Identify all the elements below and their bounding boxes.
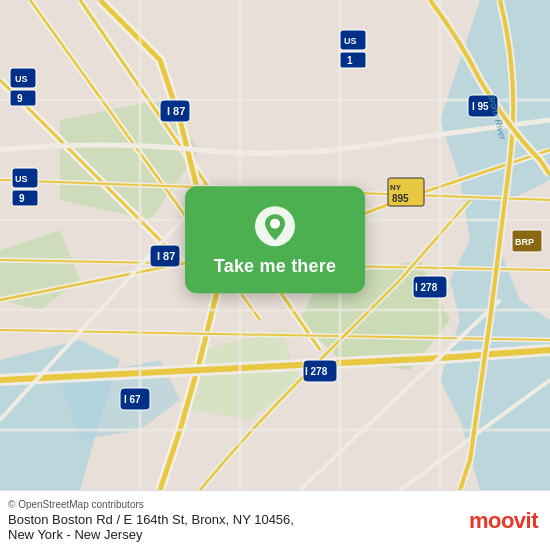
svg-text:1: 1 bbox=[347, 55, 353, 66]
svg-text:I 95: I 95 bbox=[472, 101, 489, 112]
svg-text:US: US bbox=[15, 174, 28, 184]
take-me-there-button-label: Take me there bbox=[214, 256, 336, 277]
svg-text:I 87: I 87 bbox=[157, 250, 175, 262]
svg-text:895: 895 bbox=[392, 193, 409, 204]
svg-text:I 87: I 87 bbox=[167, 105, 185, 117]
osm-attribution: © OpenStreetMap contributors bbox=[8, 499, 294, 510]
address-line-2: New York - New Jersey bbox=[8, 527, 294, 542]
svg-text:NY: NY bbox=[390, 183, 402, 192]
svg-text:9: 9 bbox=[17, 93, 23, 104]
address-info: © OpenStreetMap contributors Boston Bost… bbox=[8, 499, 294, 542]
svg-rect-30 bbox=[12, 190, 38, 206]
svg-text:I 278: I 278 bbox=[415, 282, 438, 293]
svg-text:9: 9 bbox=[19, 193, 25, 204]
svg-text:I 278: I 278 bbox=[305, 366, 328, 377]
svg-rect-41 bbox=[340, 52, 366, 68]
svg-rect-26 bbox=[10, 90, 36, 106]
bottom-bar: © OpenStreetMap contributors Boston Bost… bbox=[0, 490, 550, 550]
address-line-1: Boston Boston Rd / E 164th St, Bronx, NY… bbox=[8, 512, 294, 527]
svg-text:BRP: BRP bbox=[515, 237, 534, 247]
moovit-brand-text: moovit bbox=[469, 508, 538, 534]
navigation-card[interactable]: Take me there bbox=[185, 186, 365, 293]
svg-text:I 67: I 67 bbox=[124, 394, 141, 405]
location-pin-icon bbox=[253, 204, 297, 248]
map-container: US 9 US 9 I 87 I 87 NY 895 I 278 I 278 U… bbox=[0, 0, 550, 490]
svg-text:US: US bbox=[344, 36, 357, 46]
svg-text:US: US bbox=[15, 74, 28, 84]
svg-point-49 bbox=[270, 219, 280, 229]
moovit-logo: moovit bbox=[469, 508, 538, 534]
